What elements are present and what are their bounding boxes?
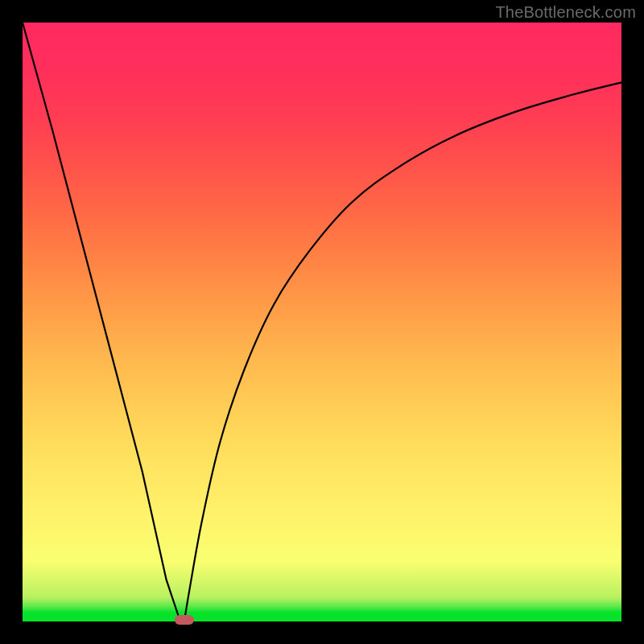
optimum-marker: [175, 615, 194, 625]
chart-frame: TheBottleneck.com: [0, 0, 644, 644]
watermark-text: TheBottleneck.com: [495, 3, 636, 22]
curve-right-branch: [184, 82, 621, 621]
curve-left-branch: [23, 23, 184, 621]
plot-area: [23, 23, 621, 621]
bottleneck-curve: [23, 23, 621, 621]
